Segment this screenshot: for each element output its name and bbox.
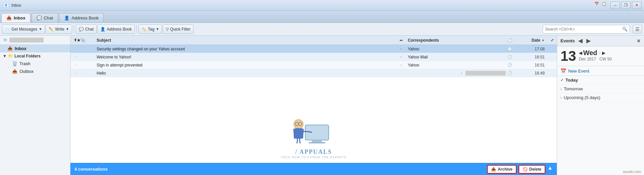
sidebar-item-trash[interactable]: 🗑️ Trash xyxy=(0,60,70,68)
today-chevron-icon: ✓ xyxy=(560,78,564,82)
col-header-expand[interactable]: ⤢ xyxy=(547,38,557,42)
row-dot-3: • xyxy=(397,63,405,67)
sidebar-account: 📧 ████████████ xyxy=(0,36,70,45)
appuals-tagline: TECH HOW-TO'S FROM THE EXPERTS xyxy=(281,156,346,159)
weekday-label: Wed xyxy=(583,49,597,57)
svg-rect-2 xyxy=(309,142,325,143)
new-event-button[interactable]: 📅 New Event xyxy=(557,66,644,76)
row-dot-1: • xyxy=(397,47,405,50)
upcoming-chevron-icon: › xyxy=(560,96,562,100)
get-messages-label: Get Messages xyxy=(11,27,37,32)
scrollbar-up[interactable]: ▲ xyxy=(547,165,553,174)
month-year-label: Dec 2017 xyxy=(579,57,596,61)
row-date-2: 16:51 xyxy=(514,55,547,59)
window-controls: 📅 📋 ─ ❐ ✕ xyxy=(594,2,641,9)
table-row[interactable]: ☆ Security settings changed on your Yaho… xyxy=(70,45,557,53)
events-next-button[interactable]: ▶ xyxy=(586,38,591,44)
row-date-3: 16:51 xyxy=(514,63,547,68)
email-pane: ⬆ ★ 📎 Subject •• Correspondents 🕐 Date ▼… xyxy=(70,36,557,175)
row-date-4: 16:49 xyxy=(514,71,547,76)
local-folders-icon: 📁 xyxy=(8,54,13,58)
row-subject-3: Sign in attempt prevented xyxy=(94,63,397,68)
addressbook-tab-label: Address Book xyxy=(71,15,99,20)
archive-button[interactable]: 📥 Archive xyxy=(487,165,517,174)
outbox-icon: 📤 xyxy=(12,69,17,74)
tag-button[interactable]: 🏷️ Tag ▼ xyxy=(139,25,162,34)
col-header-subject[interactable]: Subject xyxy=(94,38,397,43)
row-flags-3: ☆ xyxy=(70,63,94,67)
footer-watermark: wsxdn.com xyxy=(623,170,641,174)
upcoming-label: Upcoming (5 days) xyxy=(564,95,600,100)
tasks-icon: 📋 xyxy=(602,2,606,9)
star-icon[interactable]: ☆ xyxy=(74,47,77,51)
write-button[interactable]: ✏️ Write ▼ xyxy=(46,25,72,34)
events-close-button[interactable]: ✕ xyxy=(637,38,641,44)
close-button[interactable]: ✕ xyxy=(632,2,641,9)
toolbar-divider-2 xyxy=(137,25,137,33)
sidebar: 📧 ████████████ 📥 Inbox ▼ 📁 Local Folders… xyxy=(0,36,70,175)
email-table-header: ⬆ ★ 📎 Subject •• Correspondents 🕐 Date ▼… xyxy=(70,36,557,45)
calendar-icon: 📅 xyxy=(594,2,599,9)
table-row[interactable]: ☆ Welcome to Yahoo! • Yahoo Mail 🕐 16:51 xyxy=(70,53,557,61)
address-book-button[interactable]: 👤 Address Book xyxy=(97,25,135,34)
col-header-correspondents[interactable]: Correspondents xyxy=(405,38,506,43)
sidebar-item-inbox[interactable]: 📥 Inbox xyxy=(0,45,70,52)
events-title: Events xyxy=(560,38,575,43)
correspondents-header-label: Correspondents xyxy=(408,38,439,43)
row-subject-1: Security settings changed on your Yahoo … xyxy=(94,47,397,51)
calendar-weekday: ◀ Wed ○ ▶ xyxy=(579,49,612,57)
sort-flags-icon[interactable]: ⬆ xyxy=(74,38,77,42)
tab-address-book[interactable]: 👤 Address Book xyxy=(59,13,104,23)
chat-button[interactable]: 💬 Chat xyxy=(76,25,97,34)
account-name: ████████████ xyxy=(9,38,44,42)
row-date-icon-4: 🕐 xyxy=(506,71,514,75)
calendar-date-info: ◀ Wed ○ ▶ Dec 2017 CW 50 xyxy=(579,49,612,61)
tag-label: Tag xyxy=(148,27,154,32)
star-icon[interactable]: ☆ xyxy=(74,55,77,59)
filter-icon: ▽ xyxy=(166,27,169,32)
minimize-button[interactable]: ─ xyxy=(610,2,620,9)
table-row[interactable]: ☆ Hello • ████████████ 🕐 16:49 xyxy=(70,69,557,77)
account-icon: 📧 xyxy=(3,38,8,42)
col-header-date[interactable]: Date ▼ xyxy=(514,38,547,43)
tab-inbox[interactable]: 📥 Inbox xyxy=(1,13,31,23)
quick-filter-button[interactable]: ▽ Quick Filter xyxy=(163,25,194,34)
get-messages-button[interactable]: 📨 Get Messages ▼ xyxy=(2,25,45,34)
events-header: Events ◀ ▶ ✕ xyxy=(557,36,644,46)
title-bar: 📧 Inbox 📅 📋 ─ ❐ ✕ xyxy=(0,0,644,11)
write-label: Write xyxy=(55,27,64,32)
star-icon[interactable]: ☆ xyxy=(74,71,77,75)
tomorrow-section[interactable]: › Tomorrow xyxy=(557,85,644,93)
delete-button[interactable]: 🚫 Delete xyxy=(519,165,545,174)
row-date-icon-1: 🕐 xyxy=(506,47,514,51)
inbox-icon: 📥 xyxy=(7,46,13,51)
tab-chat[interactable]: 💬 Chat xyxy=(32,13,58,23)
calendar-month-year: Dec 2017 CW 50 xyxy=(579,57,612,61)
chat-icon: 💬 xyxy=(79,27,84,32)
status-bar: 4 conversations 📥 Archive 🚫 Delete ▲ xyxy=(70,163,557,175)
events-prev-button[interactable]: ◀ xyxy=(578,38,583,44)
app-icon: 📧 xyxy=(3,2,9,8)
today-section[interactable]: ✓ Today xyxy=(557,76,644,85)
weekday-nav-next[interactable]: ▶ xyxy=(602,51,605,55)
search-input[interactable] xyxy=(545,27,621,32)
upcoming-section[interactable]: › Upcoming (5 days) xyxy=(557,93,644,102)
address-book-label: Address Book xyxy=(107,27,132,32)
restore-button[interactable]: ❐ xyxy=(621,2,631,9)
svg-rect-1 xyxy=(312,140,322,142)
status-bar-actions: 📥 Archive 🚫 Delete ▲ xyxy=(487,165,553,174)
sidebar-item-outbox[interactable]: 📤 Outbox xyxy=(0,68,70,75)
row-correspondents-2: Yahoo Mail xyxy=(405,55,506,59)
search-icon[interactable]: 🔍 xyxy=(622,27,628,32)
col-header-dot: •• xyxy=(397,38,405,43)
trash-icon: 🗑️ xyxy=(12,61,17,66)
sidebar-local-folders-section[interactable]: ▼ 📁 Local Folders xyxy=(0,52,70,60)
row-flags-4: ☆ xyxy=(70,71,94,75)
calendar-date-block: 13 ◀ Wed ○ ▶ Dec 2017 CW 50 xyxy=(557,46,644,66)
menu-button[interactable]: ☰ xyxy=(633,25,642,34)
star-icon[interactable]: ☆ xyxy=(74,63,77,67)
window-title: Inbox xyxy=(11,3,594,8)
table-row[interactable]: ☆ Sign in attempt prevented • Yahoo 🕐 16… xyxy=(70,61,557,69)
tomorrow-chevron-icon: › xyxy=(560,87,562,91)
weekday-nav-prev[interactable]: ◀ xyxy=(579,51,582,55)
